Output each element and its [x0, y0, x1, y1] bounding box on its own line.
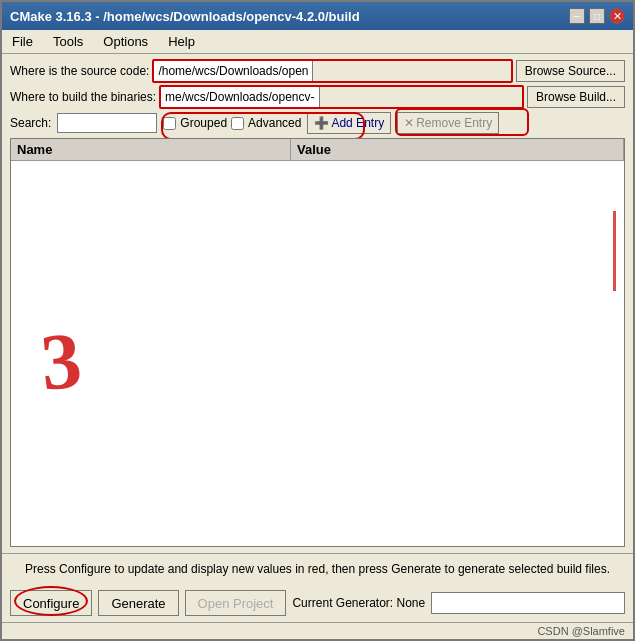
- configure-button[interactable]: Configure: [10, 590, 92, 616]
- open-project-button[interactable]: Open Project: [185, 590, 287, 616]
- menu-help[interactable]: Help: [162, 32, 201, 51]
- configure-btn-wrapper: Configure: [10, 590, 92, 616]
- source-row: Where is the source code: Browse Source.…: [10, 60, 625, 82]
- window-controls: ─ □ ✕: [569, 8, 625, 24]
- grouped-checkbox[interactable]: [163, 117, 176, 130]
- close-button[interactable]: ✕: [609, 8, 625, 24]
- grouped-checkbox-group: Grouped Advanced: [163, 116, 301, 130]
- advanced-label: Advanced: [248, 116, 301, 130]
- title-bar: CMake 3.16.3 - /home/wcs/Downloads/openc…: [2, 2, 633, 30]
- bottom-message: Press Configure to update and display ne…: [2, 553, 633, 584]
- search-input[interactable]: [57, 113, 157, 133]
- add-entry-label: Add Entry: [331, 116, 384, 130]
- column-value: Value: [291, 139, 624, 160]
- maximize-button[interactable]: □: [589, 8, 605, 24]
- build-input-wrapper: [160, 86, 523, 108]
- source-input[interactable]: [153, 60, 313, 82]
- remove-entry-button[interactable]: ✕ Remove Entry: [397, 112, 499, 134]
- source-input-wrapper: [153, 60, 511, 82]
- advanced-checkbox[interactable]: [231, 117, 244, 130]
- search-label: Search:: [10, 116, 51, 130]
- content-area: Where is the source code: Browse Source.…: [2, 54, 633, 553]
- remove-entry-wrapper: ✕ Remove Entry: [397, 112, 499, 134]
- table-area: Name Value 3: [10, 138, 625, 547]
- browse-source-button[interactable]: Browse Source...: [516, 60, 625, 82]
- generator-input[interactable]: [431, 592, 625, 614]
- column-name: Name: [11, 139, 291, 160]
- menu-file[interactable]: File: [6, 32, 39, 51]
- add-entry-button[interactable]: ➕ Add Entry: [307, 112, 391, 134]
- generator-label: Current Generator: None: [292, 596, 425, 610]
- button-row: Configure Generate Open Project Current …: [2, 584, 633, 622]
- minimize-button[interactable]: ─: [569, 8, 585, 24]
- main-window: CMake 3.16.3 - /home/wcs/Downloads/openc…: [0, 0, 635, 641]
- build-row: Where to build the binaries: Browse Buil…: [10, 86, 625, 108]
- menu-options[interactable]: Options: [97, 32, 154, 51]
- status-bar: CSDN @Slamfive: [2, 622, 633, 639]
- build-input[interactable]: [160, 86, 320, 108]
- build-label: Where to build the binaries:: [10, 90, 156, 104]
- browse-build-button[interactable]: Browse Build...: [527, 86, 625, 108]
- annotation-3: 3: [38, 319, 85, 402]
- menu-bar: File Tools Options Help: [2, 30, 633, 54]
- source-label: Where is the source code:: [10, 64, 149, 78]
- remove-entry-label: Remove Entry: [416, 116, 492, 130]
- status-text: CSDN @Slamfive: [537, 625, 625, 637]
- search-row: Search: Grouped Advanced ➕ Add Entry ✕ R…: [10, 112, 625, 134]
- window-title: CMake 3.16.3 - /home/wcs/Downloads/openc…: [10, 9, 360, 24]
- table-header: Name Value: [11, 139, 624, 161]
- table-body: 3: [11, 161, 624, 546]
- message-text: Press Configure to update and display ne…: [25, 562, 610, 576]
- generate-button[interactable]: Generate: [98, 590, 178, 616]
- grouped-label: Grouped: [180, 116, 227, 130]
- menu-tools[interactable]: Tools: [47, 32, 89, 51]
- add-icon: ➕: [314, 116, 329, 130]
- remove-icon: ✕: [404, 116, 414, 130]
- red-line-annotation: [613, 211, 616, 291]
